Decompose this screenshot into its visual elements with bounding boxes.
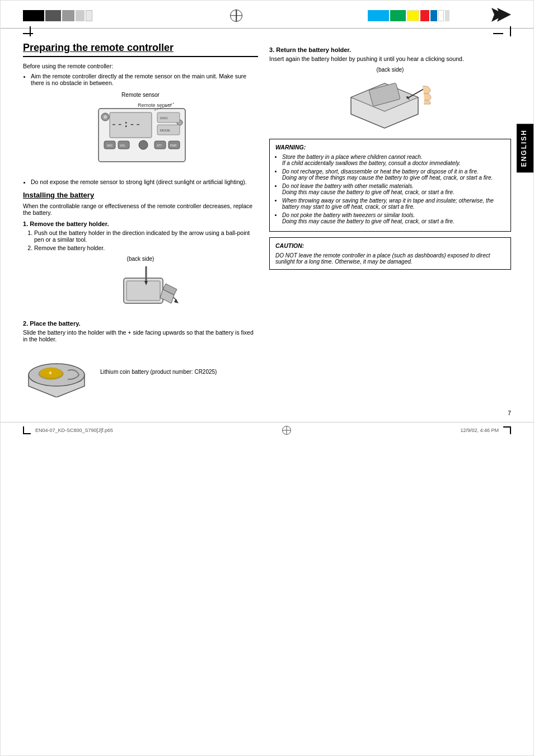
color-block-yellow — [407, 10, 419, 21]
corner-mark-left — [23, 31, 31, 36]
color-block-dgray — [45, 10, 61, 21]
color-block-gray — [62, 10, 74, 21]
step-1-substeps: Push out the battery holder in the direc… — [23, 229, 258, 251]
page: Preparing the remote controller Before u… — [0, 0, 534, 756]
back-side-label-2: (back side) — [269, 67, 511, 73]
svg-text:--:--: --:-- — [111, 118, 141, 129]
step-1-title: 1. Remove the battery holder. — [23, 220, 258, 227]
step-3-title: 3. Return the battery holder. — [269, 46, 511, 53]
footer-datetime: 12/9/02, 4:46 PM — [460, 428, 499, 433]
svg-text:PWR: PWR — [170, 144, 177, 147]
subsection-intro: When the controllable range or effective… — [23, 203, 258, 216]
remote-sensor-image-area: Remote sensor — [23, 92, 258, 174]
bullet-2: Do not expose the remote sensor to stron… — [23, 179, 258, 185]
color-block-green — [390, 10, 406, 21]
left-column: Preparing the remote controller Before u… — [23, 42, 258, 402]
color-block-lgray — [76, 10, 85, 21]
warning-item-4: When throwing away or saving the battery… — [282, 198, 505, 210]
right-column: 3. Return the battery holder. Insert aga… — [269, 42, 511, 402]
svg-point-5 — [104, 115, 107, 119]
warning-item-5: Do not poke the battery with tweezers or… — [282, 212, 505, 224]
intro-text: Before using the remote controller: — [23, 63, 258, 69]
svg-text:ATT: ATT — [157, 144, 162, 147]
substep-1-2: Remove the battery holder. — [34, 245, 258, 251]
intro-bullets: Aim the remote controller directly at th… — [23, 73, 258, 86]
svg-text:MODE: MODE — [160, 129, 170, 132]
svg-text:+: + — [49, 370, 52, 376]
svg-point-9 — [139, 140, 148, 149]
step-2-title: 2. Place the battery. — [23, 320, 258, 327]
battery-return-image: (back side) — [269, 67, 511, 132]
color-block-blue — [430, 10, 437, 21]
svg-text:Remote sensor: Remote sensor — [138, 102, 172, 108]
battery-return-svg — [340, 75, 441, 131]
caution-text: DO NOT leave the remote controller in a … — [275, 252, 505, 265]
english-tab: ENGLISH — [517, 124, 533, 172]
color-block-white2 — [438, 10, 444, 21]
caution-title: CAUTION: — [275, 242, 505, 249]
warning-list: Store the battery in a place where child… — [275, 154, 505, 224]
corner-mark-right — [493, 31, 511, 36]
footer-corner-mark-left — [23, 426, 31, 434]
remote-sensor-svg: Remote sensor SRC VOL ATT PWR DISC MODE … — [87, 100, 194, 173]
color-block-black — [23, 10, 44, 21]
section-title: Preparing the remote controller — [23, 42, 258, 57]
bullet-light: Do not expose the remote sensor to stron… — [31, 179, 258, 185]
battery-holder-remove-svg — [96, 264, 185, 314]
battery-placement-area: + Lithium coin battery (product number: … — [23, 347, 258, 397]
footer-filename: EN04-07_KD-SC800_S790[J]f.p65 — [35, 428, 113, 433]
warning-item-1: Store the battery in a place where child… — [282, 154, 505, 166]
battery-placement-svg: + — [23, 347, 96, 397]
remote-sensor-label: Remote sensor — [23, 92, 258, 98]
color-block-red — [420, 10, 429, 21]
battery-holder-remove-image: (back side) — [23, 256, 258, 316]
battery-label: Lithium coin battery (product number: CR… — [100, 368, 217, 376]
warning-box: WARNING: Store the battery in a place wh… — [269, 139, 511, 232]
color-block-lgray2 — [445, 10, 449, 21]
color-block-cyan — [368, 10, 389, 21]
color-block-white — [86, 10, 92, 21]
svg-rect-24 — [127, 281, 160, 300]
footer-registration-mark — [282, 426, 291, 435]
svg-text:DISC: DISC — [160, 116, 168, 120]
svg-text:VOL: VOL — [120, 144, 125, 147]
step-3-desc: Insert again the battery holder by pushi… — [269, 55, 511, 62]
svg-text:SRC: SRC — [107, 144, 113, 147]
page-number: 7 — [1, 410, 533, 416]
warning-item-3: Do not leave the battery with other meta… — [282, 183, 505, 195]
caution-box: CAUTION: DO NOT leave the remote control… — [269, 237, 511, 270]
jvc-logo-area — [480, 5, 533, 26]
jvc-logo — [480, 5, 511, 25]
step-2-desc: Slide the battery into the holder with t… — [23, 329, 258, 342]
bullet-1: Aim the remote controller directly at th… — [31, 73, 258, 86]
registration-mark — [230, 10, 242, 22]
footer-corner-mark-right — [503, 426, 511, 434]
footer: EN04-07_KD-SC800_S790[J]f.p65 12/9/02, 4… — [1, 422, 533, 438]
warning-title: WARNING: — [275, 144, 505, 151]
warning-item-2: Do not recharge, short, disassemble or h… — [282, 168, 505, 181]
substep-1-1: Push out the battery holder in the direc… — [34, 229, 258, 243]
subsection-title: Installing the battery — [23, 191, 258, 199]
back-side-label-1: (back side) — [23, 256, 258, 262]
